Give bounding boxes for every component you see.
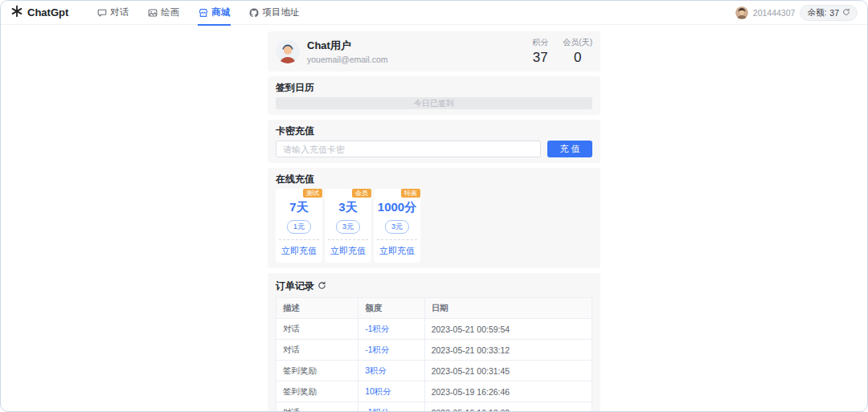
checkin-title: 签到日历 [276, 82, 592, 93]
orders-title: 订单记录 [276, 280, 314, 292]
profile-card: Chat用户 youemail@email.com 积分 37 会员(天) 0 [268, 31, 600, 71]
col-date: 日期 [424, 298, 592, 319]
card-recharge-row: 充 值 [276, 141, 592, 157]
refresh-icon[interactable] [842, 8, 850, 18]
nav-label: 项目地址 [262, 6, 299, 18]
github-icon [249, 8, 259, 18]
stat-value: 37 [532, 50, 548, 66]
nav-label: 对话 [110, 6, 129, 18]
order-amount: -1积分 [358, 319, 425, 340]
plan-badge: 特惠 [401, 189, 420, 198]
stat-value: 0 [563, 50, 592, 66]
nav-item-project[interactable]: 项目地址 [240, 1, 309, 25]
plan-card-1000points[interactable]: 特惠 1000分 3元 立即充值 [374, 189, 420, 263]
order-row: 签到奖励 10积分 2023-05-19 16:26:46 [276, 381, 592, 402]
nav-item-draw[interactable]: 绘画 [138, 1, 189, 25]
image-icon [148, 8, 158, 18]
order-date: 2023-05-19 16:26:46 [424, 381, 592, 402]
shop-icon [199, 8, 208, 18]
plan-price: 3元 [336, 220, 360, 234]
profile-email: youemail@email.com [307, 55, 388, 64]
brand-name: ChatGpt [27, 6, 68, 18]
order-desc: 对话 [276, 319, 358, 340]
balance-label: 余额: [807, 7, 826, 18]
plan-recharge-now-button[interactable]: 立即充值 [276, 240, 322, 263]
nav-label: 商城 [211, 6, 230, 18]
order-date: 2023-05-21 00:31:45 [424, 361, 592, 381]
profile-identity: Chat用户 youemail@email.com [307, 39, 388, 64]
plan-list: 测试 7天 1元 立即充值 会员 3天 3元 立即充值 特惠 1000分 3元 [276, 189, 592, 263]
profile-avatar [276, 39, 300, 63]
order-row: 对话 -1积分 2023-05-19 16:13:02 [276, 402, 592, 412]
order-amount: 10积分 [358, 381, 425, 402]
online-recharge-title: 在线充值 [276, 173, 592, 185]
order-date: 2023-05-19 16:13:02 [424, 402, 592, 412]
plan-badge: 测试 [303, 189, 322, 198]
order-desc: 对话 [276, 340, 358, 361]
checkin-button[interactable]: 今日已签到 [276, 97, 592, 109]
order-row: 对话 -1积分 2023-05-21 00:33:12 [276, 340, 592, 361]
order-desc: 对话 [276, 402, 358, 412]
nav-label: 绘画 [161, 6, 179, 18]
col-amount: 额度 [358, 298, 425, 319]
plan-name: 3天 [325, 200, 371, 215]
main-nav: 对话 绘画 商城 [88, 1, 309, 25]
balance-pill[interactable]: 余额: 37 [800, 5, 858, 21]
checkin-section: 签到日历 今日已签到 [268, 76, 600, 115]
brand[interactable]: ChatGpt [10, 5, 68, 21]
orders-title-row: 订单记录 [276, 279, 592, 293]
openai-logo-icon [10, 5, 23, 21]
main-content: Chat用户 youemail@email.com 积分 37 会员(天) 0 … [268, 25, 600, 412]
plan-price: 3元 [385, 220, 409, 234]
online-recharge-section: 在线充值 测试 7天 1元 立即充值 会员 3天 3元 立即充值 [268, 168, 600, 268]
card-recharge-section: 卡密充值 充 值 [268, 120, 600, 163]
profile-name: Chat用户 [307, 39, 388, 53]
nav-item-shop[interactable]: 商城 [189, 1, 240, 25]
stat-label: 会员(天) [563, 37, 592, 48]
plan-recharge-now-button[interactable]: 立即充值 [374, 240, 420, 263]
order-date: 2023-05-21 00:33:12 [424, 340, 592, 361]
orders-header-row: 描述 额度 日期 [276, 298, 592, 319]
orders-section: 订单记录 描述 额度 日期 [268, 273, 600, 412]
balance-value: 37 [829, 8, 839, 18]
plan-card-3days[interactable]: 会员 3天 3元 立即充值 [325, 189, 371, 263]
order-row: 对话 -1积分 2023-05-21 00:59:54 [276, 319, 592, 340]
header-right: 201444307 余额: 37 [735, 5, 858, 21]
top-header: ChatGpt 对话 绘画 [1, 1, 867, 25]
user-avatar[interactable] [735, 6, 748, 19]
card-key-input[interactable] [276, 141, 541, 157]
chat-bubble-icon [97, 8, 107, 18]
stat-points: 积分 37 [532, 37, 548, 66]
order-amount: 3积分 [358, 361, 425, 381]
plan-badge: 会员 [352, 189, 371, 198]
order-date: 2023-05-21 00:59:54 [424, 319, 592, 340]
order-row: 签到奖励 3积分 2023-05-21 00:31:45 [276, 361, 592, 381]
app-window: ChatGpt 对话 绘画 [0, 0, 868, 412]
recharge-button[interactable]: 充 值 [547, 141, 592, 157]
col-desc: 描述 [276, 298, 358, 319]
order-desc: 签到奖励 [276, 381, 358, 402]
order-amount: -1积分 [358, 402, 425, 412]
user-id: 201444307 [753, 8, 796, 18]
card-recharge-title: 卡密充值 [276, 125, 592, 137]
plan-card-7days[interactable]: 测试 7天 1元 立即充值 [276, 189, 322, 263]
plan-recharge-now-button[interactable]: 立即充值 [325, 240, 371, 263]
order-desc: 签到奖励 [276, 361, 358, 381]
plan-name: 7天 [276, 200, 322, 215]
plan-name: 1000分 [374, 200, 420, 215]
profile-stats: 积分 37 会员(天) 0 [532, 37, 592, 66]
stat-member-days: 会员(天) 0 [563, 37, 592, 66]
order-amount: -1积分 [358, 340, 425, 361]
stat-label: 积分 [532, 37, 548, 48]
refresh-orders-icon[interactable] [317, 279, 326, 293]
orders-table: 描述 额度 日期 对话 -1积分 2023-05-21 00:59:54 对话 … [276, 297, 592, 412]
nav-item-chat[interactable]: 对话 [88, 1, 138, 25]
plan-price: 1元 [287, 220, 311, 234]
